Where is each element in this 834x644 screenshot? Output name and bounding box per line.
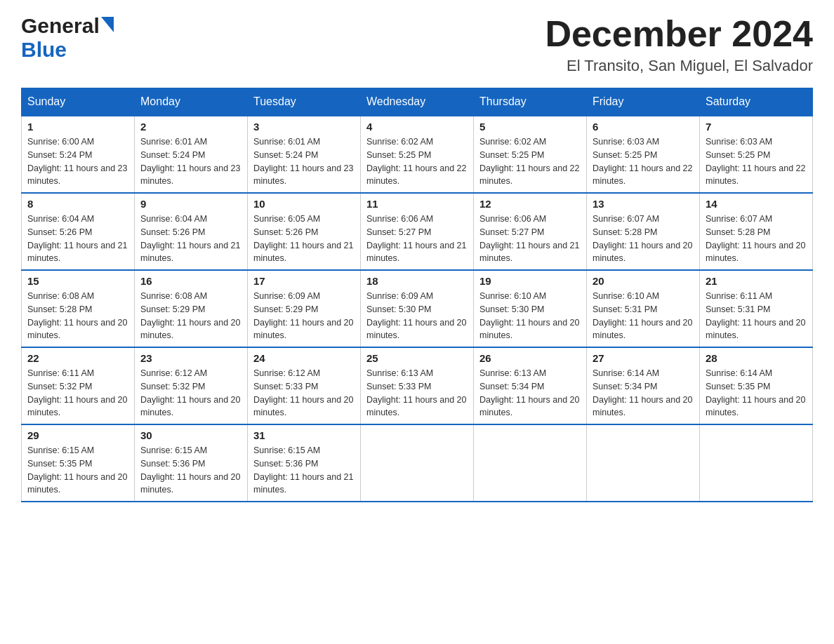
calendar-week-row: 29 Sunrise: 6:15 AMSunset: 5:35 PMDaylig… <box>22 424 813 502</box>
calendar-cell: 9 Sunrise: 6:04 AMSunset: 5:26 PMDayligh… <box>135 193 248 270</box>
calendar-week-row: 15 Sunrise: 6:08 AMSunset: 5:28 PMDaylig… <box>22 270 813 347</box>
calendar-cell: 21 Sunrise: 6:11 AMSunset: 5:31 PMDaylig… <box>700 270 813 347</box>
calendar-header-sunday: Sunday <box>22 88 135 116</box>
day-info: Sunrise: 6:11 AMSunset: 5:31 PMDaylight:… <box>706 290 807 342</box>
calendar-cell: 27 Sunrise: 6:14 AMSunset: 5:34 PMDaylig… <box>587 347 700 424</box>
calendar-week-row: 22 Sunrise: 6:11 AMSunset: 5:32 PMDaylig… <box>22 347 813 424</box>
calendar-cell: 30 Sunrise: 6:15 AMSunset: 5:36 PMDaylig… <box>135 424 248 502</box>
calendar-cell: 17 Sunrise: 6:09 AMSunset: 5:29 PMDaylig… <box>248 270 361 347</box>
main-title: December 2024 <box>545 14 813 54</box>
day-info: Sunrise: 6:01 AMSunset: 5:24 PMDaylight:… <box>253 135 355 188</box>
day-info: Sunrise: 6:08 AMSunset: 5:29 PMDaylight:… <box>140 290 241 342</box>
calendar-cell: 20 Sunrise: 6:10 AMSunset: 5:31 PMDaylig… <box>587 270 700 347</box>
day-number: 30 <box>140 429 241 441</box>
calendar-cell: 16 Sunrise: 6:08 AMSunset: 5:29 PMDaylig… <box>135 270 248 347</box>
day-info: Sunrise: 6:10 AMSunset: 5:31 PMDaylight:… <box>593 290 694 342</box>
calendar-cell: 4 Sunrise: 6:02 AMSunset: 5:25 PMDayligh… <box>361 116 474 193</box>
day-number: 17 <box>253 275 355 287</box>
calendar-cell: 31 Sunrise: 6:15 AMSunset: 5:36 PMDaylig… <box>248 424 361 502</box>
calendar-cell: 12 Sunrise: 6:06 AMSunset: 5:27 PMDaylig… <box>474 193 587 270</box>
day-number: 26 <box>479 352 581 364</box>
calendar-cell: 19 Sunrise: 6:10 AMSunset: 5:30 PMDaylig… <box>474 270 587 347</box>
day-info: Sunrise: 6:14 AMSunset: 5:34 PMDaylight:… <box>593 367 694 420</box>
calendar-header-tuesday: Tuesday <box>248 88 361 116</box>
day-number: 18 <box>366 275 468 287</box>
subtitle: El Transito, San Miguel, El Salvador <box>545 57 813 75</box>
day-number: 28 <box>706 352 807 364</box>
calendar-cell <box>700 424 813 502</box>
logo-arrow-icon <box>101 17 114 35</box>
logo: General Blue <box>21 14 114 62</box>
day-info: Sunrise: 6:05 AMSunset: 5:26 PMDaylight:… <box>253 213 355 265</box>
calendar-header-row: SundayMondayTuesdayWednesdayThursdayFrid… <box>22 88 813 116</box>
day-number: 24 <box>253 352 355 364</box>
page-header: General Blue December 2024 El Transito, … <box>21 14 813 75</box>
day-info: Sunrise: 6:00 AMSunset: 5:24 PMDaylight:… <box>27 135 128 188</box>
calendar-cell <box>474 424 587 502</box>
day-info: Sunrise: 6:04 AMSunset: 5:26 PMDaylight:… <box>27 213 128 265</box>
day-info: Sunrise: 6:06 AMSunset: 5:27 PMDaylight:… <box>366 213 468 265</box>
calendar-cell: 5 Sunrise: 6:02 AMSunset: 5:25 PMDayligh… <box>474 116 587 193</box>
day-number: 19 <box>479 275 581 287</box>
calendar-cell: 7 Sunrise: 6:03 AMSunset: 5:25 PMDayligh… <box>700 116 813 193</box>
day-number: 27 <box>593 352 694 364</box>
calendar-cell: 25 Sunrise: 6:13 AMSunset: 5:33 PMDaylig… <box>361 347 474 424</box>
day-number: 6 <box>593 121 694 133</box>
calendar-cell: 18 Sunrise: 6:09 AMSunset: 5:30 PMDaylig… <box>361 270 474 347</box>
calendar-header-monday: Monday <box>135 88 248 116</box>
calendar-cell: 13 Sunrise: 6:07 AMSunset: 5:28 PMDaylig… <box>587 193 700 270</box>
day-number: 9 <box>140 198 241 210</box>
calendar-cell: 29 Sunrise: 6:15 AMSunset: 5:35 PMDaylig… <box>22 424 135 502</box>
day-info: Sunrise: 6:14 AMSunset: 5:35 PMDaylight:… <box>706 367 807 420</box>
calendar-week-row: 1 Sunrise: 6:00 AMSunset: 5:24 PMDayligh… <box>22 116 813 193</box>
calendar-cell: 22 Sunrise: 6:11 AMSunset: 5:32 PMDaylig… <box>22 347 135 424</box>
calendar-header-saturday: Saturday <box>700 88 813 116</box>
day-number: 29 <box>27 429 128 441</box>
calendar-cell: 3 Sunrise: 6:01 AMSunset: 5:24 PMDayligh… <box>248 116 361 193</box>
day-info: Sunrise: 6:12 AMSunset: 5:32 PMDaylight:… <box>140 367 241 420</box>
day-number: 22 <box>27 352 128 364</box>
calendar-cell: 24 Sunrise: 6:12 AMSunset: 5:33 PMDaylig… <box>248 347 361 424</box>
day-info: Sunrise: 6:15 AMSunset: 5:36 PMDaylight:… <box>140 444 241 497</box>
day-info: Sunrise: 6:07 AMSunset: 5:28 PMDaylight:… <box>593 213 694 265</box>
calendar-cell <box>361 424 474 502</box>
day-info: Sunrise: 6:15 AMSunset: 5:35 PMDaylight:… <box>27 444 128 497</box>
day-number: 13 <box>593 198 694 210</box>
day-info: Sunrise: 6:09 AMSunset: 5:29 PMDaylight:… <box>253 290 355 342</box>
day-info: Sunrise: 6:02 AMSunset: 5:25 PMDaylight:… <box>366 135 468 188</box>
day-number: 1 <box>27 121 128 133</box>
day-info: Sunrise: 6:15 AMSunset: 5:36 PMDaylight:… <box>253 444 355 497</box>
day-number: 2 <box>140 121 241 133</box>
day-number: 21 <box>706 275 807 287</box>
calendar-cell <box>587 424 700 502</box>
day-number: 11 <box>366 198 468 210</box>
day-info: Sunrise: 6:01 AMSunset: 5:24 PMDaylight:… <box>140 135 241 188</box>
calendar-cell: 8 Sunrise: 6:04 AMSunset: 5:26 PMDayligh… <box>22 193 135 270</box>
calendar-header-wednesday: Wednesday <box>361 88 474 116</box>
calendar-cell: 1 Sunrise: 6:00 AMSunset: 5:24 PMDayligh… <box>22 116 135 193</box>
day-number: 5 <box>479 121 581 133</box>
day-number: 10 <box>253 198 355 210</box>
title-block: December 2024 El Transito, San Miguel, E… <box>545 14 813 75</box>
svg-marker-0 <box>101 17 114 32</box>
day-info: Sunrise: 6:13 AMSunset: 5:34 PMDaylight:… <box>479 367 581 420</box>
day-number: 16 <box>140 275 241 287</box>
day-number: 31 <box>253 429 355 441</box>
day-info: Sunrise: 6:09 AMSunset: 5:30 PMDaylight:… <box>366 290 468 342</box>
day-number: 4 <box>366 121 468 133</box>
day-info: Sunrise: 6:06 AMSunset: 5:27 PMDaylight:… <box>479 213 581 265</box>
calendar-cell: 11 Sunrise: 6:06 AMSunset: 5:27 PMDaylig… <box>361 193 474 270</box>
day-number: 3 <box>253 121 355 133</box>
logo-blue: Blue <box>21 38 67 62</box>
day-number: 8 <box>27 198 128 210</box>
day-info: Sunrise: 6:11 AMSunset: 5:32 PMDaylight:… <box>27 367 128 420</box>
day-number: 25 <box>366 352 468 364</box>
logo-general: General <box>21 14 100 38</box>
calendar-header-friday: Friday <box>587 88 700 116</box>
calendar-cell: 14 Sunrise: 6:07 AMSunset: 5:28 PMDaylig… <box>700 193 813 270</box>
day-number: 12 <box>479 198 581 210</box>
day-number: 20 <box>593 275 694 287</box>
calendar-week-row: 8 Sunrise: 6:04 AMSunset: 5:26 PMDayligh… <box>22 193 813 270</box>
calendar-cell: 15 Sunrise: 6:08 AMSunset: 5:28 PMDaylig… <box>22 270 135 347</box>
day-info: Sunrise: 6:10 AMSunset: 5:30 PMDaylight:… <box>479 290 581 342</box>
